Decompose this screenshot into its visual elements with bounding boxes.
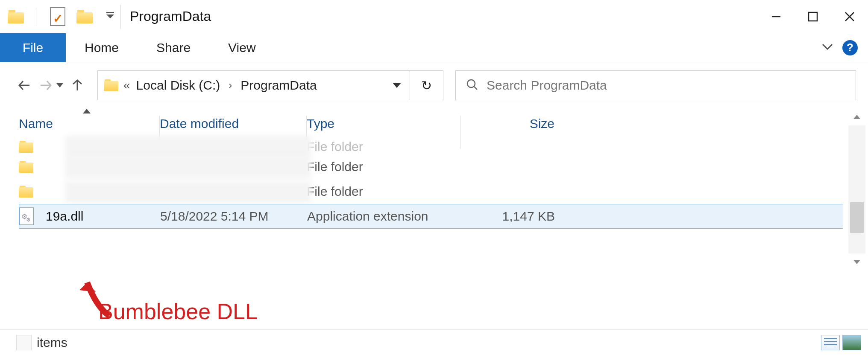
- details-view-button[interactable]: [821, 335, 840, 350]
- svg-line-8: [474, 87, 477, 90]
- svg-marker-9: [853, 115, 860, 119]
- cell-type: Application extension: [307, 209, 461, 224]
- window-title: ProgramData: [130, 9, 211, 24]
- column-name[interactable]: Name: [19, 116, 160, 131]
- column-headers: Name Date modified Type Size: [0, 108, 868, 139]
- history-dropdown-icon[interactable]: [56, 83, 63, 87]
- thumbnails-view-button[interactable]: [842, 335, 861, 350]
- scroll-down-icon[interactable]: [848, 253, 865, 271]
- maximize-button[interactable]: [795, 0, 831, 33]
- list-item[interactable]: File folder: [19, 154, 843, 179]
- qat-dropdown-icon[interactable]: [106, 15, 114, 18]
- ribbon-tabs: File Home Share View ?: [0, 33, 868, 62]
- properties-icon[interactable]: ✓: [50, 7, 65, 26]
- status-icon: [16, 335, 32, 350]
- dll-file-icon: [19, 207, 34, 225]
- cell-name: 19a.dll: [46, 209, 160, 224]
- cell-size: 1,147 KB: [461, 209, 555, 224]
- separator: [120, 5, 120, 29]
- cell-type: File folder: [307, 140, 460, 154]
- search-input[interactable]: [487, 78, 845, 93]
- annotation-text: Bumblebee DLL: [98, 299, 258, 324]
- folder-icon: [19, 161, 33, 173]
- tab-share[interactable]: Share: [138, 33, 209, 62]
- help-icon[interactable]: ?: [842, 40, 858, 55]
- svg-rect-1: [809, 12, 817, 21]
- svg-point-7: [467, 80, 475, 87]
- list-item[interactable]: File folder: [19, 179, 843, 204]
- tab-view[interactable]: View: [209, 33, 274, 62]
- up-button[interactable]: [67, 75, 88, 96]
- close-button[interactable]: [831, 0, 868, 33]
- column-size[interactable]: Size: [460, 116, 554, 131]
- breadcrumb[interactable]: ProgramData: [240, 78, 317, 93]
- collapse-ribbon-icon[interactable]: [821, 43, 834, 53]
- navigation-bar: « Local Disk (C:) › ProgramData ↻: [0, 62, 868, 108]
- column-type[interactable]: Type: [307, 116, 460, 131]
- scrollbar-thumb[interactable]: [850, 202, 864, 233]
- refresh-button[interactable]: ↻: [410, 70, 443, 100]
- view-mode-buttons: [821, 335, 861, 350]
- minimize-button[interactable]: [758, 0, 795, 33]
- column-date[interactable]: Date modified: [160, 116, 307, 131]
- tab-home[interactable]: Home: [66, 33, 138, 62]
- breadcrumb[interactable]: Local Disk (C:): [136, 78, 220, 93]
- breadcrumb-overflow[interactable]: «: [123, 79, 131, 92]
- quick-access-toolbar: ✓: [8, 7, 114, 26]
- vertical-scrollbar[interactable]: [848, 108, 865, 271]
- svg-marker-11: [79, 282, 96, 292]
- forward-button[interactable]: [35, 75, 56, 96]
- address-dropdown-icon[interactable]: [393, 83, 401, 88]
- folder-icon: [104, 79, 118, 91]
- search-icon: [466, 79, 478, 92]
- new-folder-icon[interactable]: [76, 10, 93, 23]
- chevron-right-icon[interactable]: ›: [225, 79, 235, 91]
- cell-date: 5/18/2022 5:14 PM: [160, 209, 307, 224]
- title-bar: ✓ ProgramData: [0, 0, 868, 33]
- folder-icon[interactable]: [8, 10, 24, 23]
- annotation: Bumblebee DLL: [98, 299, 258, 324]
- file-list: File folder File folder File folder 19a.…: [19, 139, 843, 229]
- cell-type: File folder: [307, 160, 460, 174]
- list-item[interactable]: File folder: [19, 139, 843, 154]
- status-bar: items: [0, 329, 868, 355]
- list-item[interactable]: 19a.dll 5/18/2022 5:14 PM Application ex…: [19, 204, 843, 229]
- sort-ascending-icon: [83, 109, 91, 113]
- back-button[interactable]: [14, 75, 35, 96]
- separator: [36, 7, 36, 26]
- address-bar[interactable]: « Local Disk (C:) › ProgramData: [97, 70, 410, 100]
- status-text: items: [37, 335, 67, 350]
- cell-type: File folder: [307, 184, 460, 199]
- column-label: Name: [19, 116, 53, 131]
- file-tab[interactable]: File: [0, 33, 66, 62]
- scrollbar-track[interactable]: [848, 125, 865, 253]
- folder-icon: [19, 141, 33, 153]
- folder-icon: [19, 186, 33, 198]
- scroll-up-icon[interactable]: [848, 108, 865, 125]
- svg-marker-10: [853, 260, 860, 264]
- search-box[interactable]: [455, 70, 856, 100]
- window-controls: [758, 0, 868, 33]
